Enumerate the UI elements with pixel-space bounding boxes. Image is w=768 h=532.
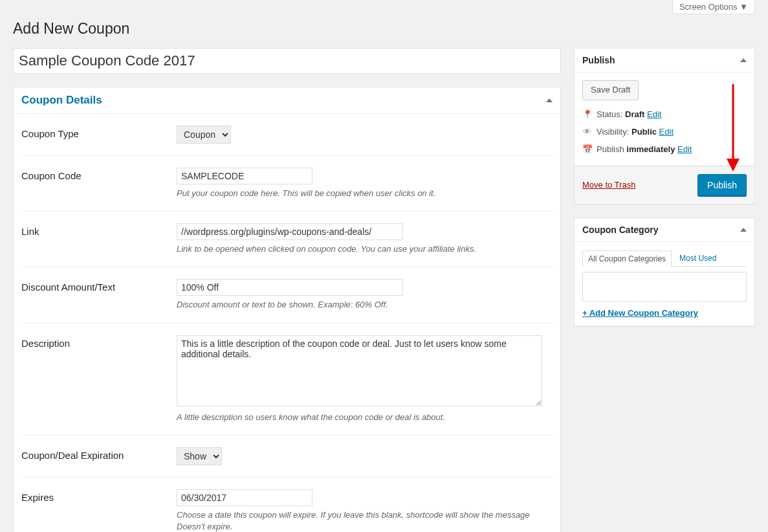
description-help: A little description so users know what … xyxy=(177,412,539,423)
link-label: Link xyxy=(21,223,177,255)
chevron-up-icon xyxy=(546,98,553,102)
category-title: Coupon Category xyxy=(582,225,658,235)
save-draft-button[interactable]: Save Draft xyxy=(582,80,639,100)
description-label: Description xyxy=(21,335,177,423)
coupon-code-help: Put your coupon code here. This will be … xyxy=(177,188,539,199)
description-textarea[interactable]: This is a little description of the coup… xyxy=(177,335,542,406)
coupon-code-input[interactable] xyxy=(177,168,313,184)
status-row: 📍 Status: Draft Edit xyxy=(582,105,747,123)
pin-icon: 📍 xyxy=(582,109,591,119)
discount-label: Discount Amount/Text xyxy=(21,279,177,311)
chevron-up-icon xyxy=(740,228,747,232)
discount-input[interactable] xyxy=(177,279,403,296)
publish-header[interactable]: Publish xyxy=(575,49,754,72)
coupon-details-header[interactable]: Coupon Details xyxy=(14,87,560,114)
calendar-icon: 📅 xyxy=(582,144,591,154)
link-help: Link to be opened when clicked on coupon… xyxy=(177,243,539,255)
category-header[interactable]: Coupon Category xyxy=(575,218,754,242)
page-title: Add New Coupon xyxy=(13,14,755,48)
edit-schedule-link[interactable]: Edit xyxy=(677,144,692,154)
coupon-details-box: Coupon Details Coupon Type Coupon Coupon xyxy=(13,87,561,532)
add-category-link[interactable]: + Add New Coupon Category xyxy=(582,308,698,318)
publish-box: Publish Save Draft 📍 Status: Draft Edit xyxy=(574,48,755,205)
expires-input[interactable] xyxy=(177,489,313,506)
screen-options-button[interactable]: Screen Options ▼ xyxy=(672,0,755,14)
coupon-type-label: Coupon Type xyxy=(21,126,177,144)
coupon-category-box: Coupon Category All Coupon Categories Mo… xyxy=(574,217,755,326)
eye-icon: 👁 xyxy=(582,127,591,137)
link-input[interactable] xyxy=(177,223,403,240)
expires-label: Expires xyxy=(21,489,177,532)
coupon-code-label: Coupon Code xyxy=(21,168,177,199)
coupon-type-select[interactable]: Coupon xyxy=(177,126,231,144)
tab-all-categories[interactable]: All Coupon Categories xyxy=(582,250,672,267)
edit-status-link[interactable]: Edit xyxy=(647,109,661,119)
move-to-trash-link[interactable]: Move to Trash xyxy=(582,180,635,190)
expires-help: Choose a date this coupon will expire. I… xyxy=(177,509,539,532)
tab-most-used[interactable]: Most Used xyxy=(674,250,721,267)
publish-button[interactable]: Publish xyxy=(697,174,747,196)
visibility-row: 👁 Visibility: Public Edit xyxy=(582,123,747,140)
edit-visibility-link[interactable]: Edit xyxy=(659,127,674,137)
expiration-select[interactable]: Show xyxy=(177,447,222,465)
discount-help: Discount amount or text to be shown. Exa… xyxy=(177,299,539,311)
chevron-up-icon xyxy=(740,58,747,62)
expiration-label: Coupon/Deal Expiration xyxy=(21,447,177,465)
schedule-row: 📅 Publish immediately Edit xyxy=(582,140,747,158)
post-title-input[interactable] xyxy=(13,48,561,74)
coupon-details-title: Coupon Details xyxy=(21,94,102,107)
category-list[interactable] xyxy=(582,272,747,302)
publish-title: Publish xyxy=(582,55,615,65)
